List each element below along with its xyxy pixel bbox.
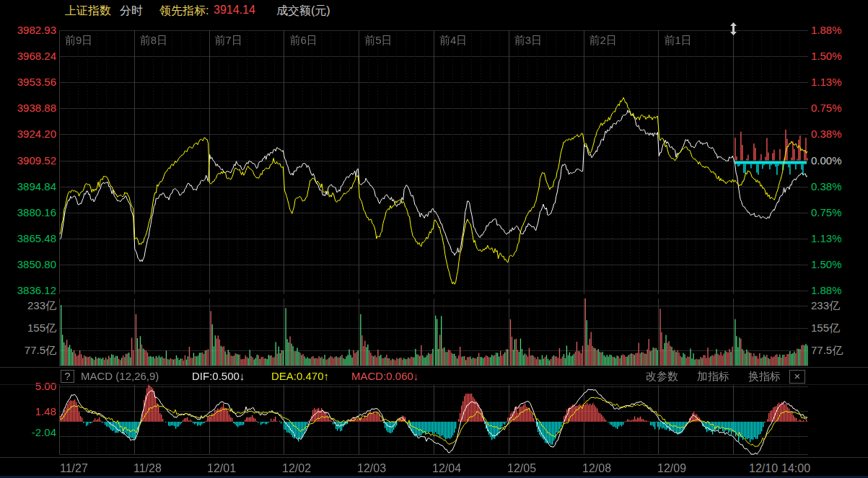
leading-indicator-value: 3914.14	[214, 4, 255, 17]
volume-tick: 233亿	[0, 299, 56, 313]
change-params-button[interactable]: 改参数	[646, 370, 678, 384]
add-indicator-button[interactable]: 加指标	[697, 370, 729, 384]
price-tick: 3982.93	[0, 24, 56, 36]
macd-toolbar: ? MACD (12,26,9) DIF:0.500↓ DEA:0.470↑ M…	[0, 367, 868, 385]
leading-indicator-label: 领先指标:	[159, 4, 209, 19]
date-label: 12/09	[657, 462, 686, 475]
percent-tick: 1.50%	[811, 258, 842, 270]
day-label: 前7日	[215, 34, 242, 48]
day-label: 前2日	[589, 34, 617, 48]
percent-tick: 0.00%	[811, 154, 842, 167]
price-chart-canvas[interactable]	[59, 22, 808, 297]
close-indicator-button[interactable]: ×	[789, 370, 805, 384]
time-label: 14:00	[781, 462, 810, 475]
percent-tick: 0.75%	[811, 206, 842, 218]
percent-tick: 0.75%	[811, 102, 842, 114]
volume-chart-canvas[interactable]	[59, 297, 808, 367]
date-label: 12/05	[507, 462, 536, 475]
switch-indicator-button[interactable]: 换指标	[748, 370, 781, 384]
symbol-name: 上证指数	[65, 4, 111, 19]
price-tick: 3909.52	[0, 154, 56, 167]
price-tick: 3894.84	[0, 180, 56, 192]
chart-header: 上证指数 分时 领先指标: 3914.14 成交额(元)	[0, 0, 868, 20]
day-label: 前5日	[364, 34, 392, 48]
percent-tick: 1.88%	[811, 24, 842, 36]
price-tick: 3850.80	[0, 258, 56, 270]
percent-tick: 0.38%	[811, 128, 842, 140]
date-label: 11/28	[133, 462, 162, 475]
date-label: 12/02	[282, 462, 311, 475]
price-tick: 3880.16	[0, 206, 56, 218]
day-label: 前4日	[439, 34, 467, 48]
price-tick: 3924.20	[0, 128, 56, 140]
percent-tick: 1.13%	[811, 232, 842, 244]
volume-tick: 77.5亿	[0, 344, 56, 358]
macd-chart-canvas[interactable]	[59, 384, 808, 456]
percent-tick: 1.13%	[811, 76, 842, 88]
day-label: 前9日	[65, 34, 92, 48]
stock-app-screen: 上证指数 分时 领先指标: 3914.14 成交额(元) 3982.933968…	[0, 0, 868, 478]
bottom-divider	[0, 457, 868, 458]
date-label: 12/01	[207, 462, 236, 475]
macd-value: MACD:0.060↓	[351, 370, 418, 382]
help-icon[interactable]: ?	[61, 370, 74, 383]
percent-tick: 1.50%	[811, 50, 842, 62]
price-tick: 3836.12	[0, 284, 56, 296]
price-tick: 3938.88	[0, 102, 56, 114]
macd-tick: 1.48	[0, 405, 56, 417]
day-label: 前1日	[664, 34, 691, 48]
date-label: 12/04	[432, 462, 461, 475]
price-tick: 3865.48	[0, 232, 56, 244]
turnover-label: 成交额(元)	[276, 4, 330, 19]
percent-tick: 0.38%	[811, 180, 842, 192]
dea-value: DEA:0.470↑	[271, 370, 329, 382]
date-label: 12/08	[582, 462, 611, 475]
day-label: 前3日	[514, 34, 542, 48]
volume-tick: 233亿	[811, 299, 840, 313]
volume-tick: 77.5亿	[811, 344, 843, 358]
percent-tick: 1.88%	[811, 284, 842, 296]
price-tick: 3968.24	[0, 50, 56, 62]
volume-tick: 155亿	[811, 322, 840, 335]
date-label: 12/03	[357, 462, 386, 475]
date-label: 11/27	[60, 462, 88, 475]
macd-tick: -2.04	[0, 426, 56, 438]
macd-indicator-name: MACD (12,26,9)	[81, 370, 159, 382]
day-label: 前6日	[289, 34, 317, 48]
volume-tick: 155亿	[0, 322, 56, 335]
price-tick: 3953.56	[0, 76, 56, 88]
day-label: 前8日	[140, 34, 167, 48]
tab-minute-mode[interactable]: 分时	[120, 4, 143, 19]
dif-value: DIF:0.500↓	[192, 370, 245, 382]
splitter-handle-icon[interactable]	[729, 22, 738, 35]
date-label: 12/10	[749, 462, 778, 475]
